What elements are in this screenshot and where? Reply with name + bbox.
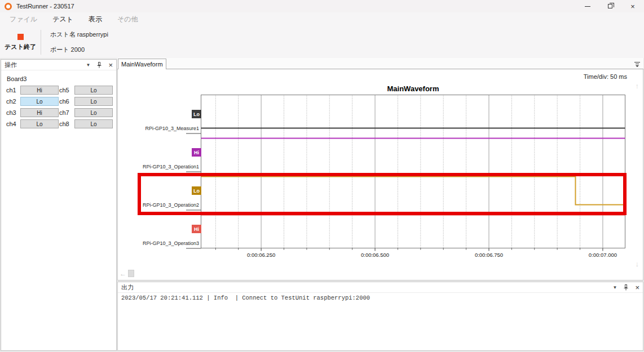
channel-button-ch5[interactable]: Lo <box>74 86 113 95</box>
channel-name: ch7 <box>59 109 74 116</box>
minimize-button[interactable] <box>576 0 599 12</box>
signal-label: RPi-GP10_3_Operation1 <box>143 164 199 170</box>
chevron-down-icon[interactable]: ▼ <box>612 285 617 290</box>
chart-title: MainWaveform <box>387 84 439 93</box>
close-panel-icon[interactable]: × <box>108 61 113 69</box>
hscroll-thumb[interactable] <box>128 270 134 277</box>
scroll-up-icon[interactable]: ↑ <box>636 82 639 90</box>
minimize-icon <box>585 6 590 7</box>
operation-panel: 操作 ▼ × Board3 ch1 Hi ch5 Lo ch2 Lo ch6 L… <box>1 59 117 351</box>
axis-tick-label: 0:00:07.000 <box>589 252 617 258</box>
channel-name: ch4 <box>6 121 20 127</box>
log-line: 2023/05/17 20:21:41.112 | Info | Connect… <box>118 293 643 301</box>
output-panel-title: 出力 <box>121 283 134 292</box>
tab-mainwaveform[interactable]: MainWaveform <box>118 59 166 69</box>
signal-label: RPi-GP10_3_Operation3 <box>143 240 199 246</box>
scroll-down-icon[interactable]: ↓ <box>636 260 639 268</box>
horizontal-scrollbar[interactable]: ← <box>120 269 134 278</box>
channel-button-ch7[interactable]: Lo <box>74 108 113 117</box>
plot-border <box>201 95 625 248</box>
scroll-left-icon[interactable]: ← <box>120 270 126 278</box>
window-controls: × <box>576 0 644 12</box>
signal-label: RPi-GP10_3_Measure1 <box>145 126 199 131</box>
signal-state-text: Lo <box>193 112 200 117</box>
stop-test-label: テスト終了 <box>5 43 36 51</box>
channel-grid: ch1 Hi ch5 Lo ch2 Lo ch6 Lo ch3 Hi ch7 L… <box>1 86 116 128</box>
operation-panel-header: 操作 ▼ × <box>1 60 116 70</box>
channel-button-ch4[interactable]: Lo <box>20 119 59 128</box>
chevron-down-icon[interactable]: ▼ <box>86 63 90 68</box>
channel-button-ch2[interactable]: Lo <box>20 97 59 106</box>
output-panel-header: 出力 ▼ × <box>118 282 643 293</box>
axis-tick-label: 0:00:06.250 <box>247 252 275 258</box>
highlight-annotation <box>138 173 627 215</box>
channel-button-ch8[interactable]: Lo <box>74 119 113 128</box>
channel-name: ch8 <box>59 121 74 127</box>
channel-button-ch3[interactable]: Hi <box>20 108 59 117</box>
channel-button-ch1[interactable]: Hi <box>20 86 59 95</box>
connection-info: ホスト名 raspberrypi ポート 2000 <box>41 26 108 58</box>
toolbar: テスト終了 ホスト名 raspberrypi ポート 2000 <box>0 26 644 58</box>
signal-state-text: Hi <box>194 150 199 155</box>
output-panel: 出力 ▼ × 2023/05/17 20:21:41.112 | Info | … <box>117 282 643 351</box>
app-window: { "window": { "title": "TestRunner - 230… <box>0 0 644 352</box>
channel-name: ch3 <box>6 109 20 116</box>
port-label: ポート 2000 <box>50 46 108 54</box>
channel-name: ch5 <box>59 87 74 93</box>
close-icon: × <box>630 3 635 10</box>
axis-tick-label: 0:00:06.750 <box>475 252 503 258</box>
window-title: TestRunner - 230517 <box>16 3 74 10</box>
axis-tick-label: 0:00:06.500 <box>361 252 389 258</box>
tabbar: MainWaveform <box>117 58 643 69</box>
menu-view[interactable]: 表示 <box>89 15 102 24</box>
channel-name: ch2 <box>6 98 20 105</box>
restore-icon <box>608 4 612 8</box>
menu-test[interactable]: テスト <box>52 15 73 24</box>
restore-button[interactable] <box>599 0 621 12</box>
stop-icon <box>17 34 24 40</box>
menu-others[interactable]: その他 <box>117 15 138 24</box>
titlebar: TestRunner - 230517 × <box>0 0 644 12</box>
channel-button-ch6[interactable]: Lo <box>74 97 113 106</box>
channel-name: ch1 <box>6 87 20 93</box>
close-button[interactable]: × <box>621 0 644 12</box>
channel-name: ch6 <box>59 98 74 105</box>
close-panel-icon[interactable]: × <box>635 284 639 291</box>
menubar: ファイル テスト 表示 その他 <box>0 12 644 26</box>
waveform-canvas[interactable]: Time/div: 50 ms 0:00:06.2500:00:06.5000:… <box>117 69 643 280</box>
tab-list-icon[interactable] <box>633 60 641 69</box>
operation-panel-title: 操作 <box>5 61 17 69</box>
signal-state-text: Hi <box>194 226 199 232</box>
app-icon <box>5 3 12 10</box>
host-label: ホスト名 raspberrypi <box>50 30 108 39</box>
pin-icon[interactable] <box>623 284 629 291</box>
board-label: Board3 <box>7 75 116 82</box>
menu-file[interactable]: ファイル <box>10 15 37 24</box>
pin-icon[interactable] <box>96 62 102 68</box>
stop-test-button[interactable]: テスト終了 <box>0 26 41 58</box>
